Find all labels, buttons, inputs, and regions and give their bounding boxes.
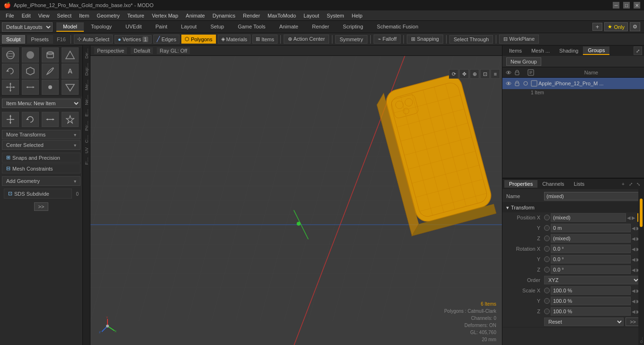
menu-maxtomodo[interactable]: MaxToModo (264, 12, 300, 19)
rotation-x-radio[interactable] (544, 246, 550, 252)
props-collapse-btn[interactable]: ⤡ (635, 180, 642, 188)
polygons-button[interactable]: ⬡ Polygons (181, 35, 215, 44)
position-x-left-arrow[interactable]: ◀ (627, 215, 631, 220)
close-button[interactable]: ✕ (634, 2, 640, 9)
position-z-left-arrow[interactable]: ◀ (632, 236, 635, 241)
auto-select-button[interactable]: ⊹ Auto Select (74, 35, 113, 44)
tab-scripting[interactable]: Scripting (336, 22, 370, 32)
new-group-button[interactable]: New Group (506, 57, 541, 66)
minimize-button[interactable]: ─ (613, 2, 619, 9)
add-geometry-button[interactable]: Add Geometry ▾ (2, 176, 80, 186)
tool-btn-ball[interactable] (22, 47, 39, 63)
panel-expand-btn[interactable]: ⤢ (634, 46, 642, 55)
workplane-button[interactable]: ⊟ WorkPlane (499, 35, 539, 44)
perspective-label[interactable]: Perspective (94, 47, 127, 54)
rotation-x-left-arrow[interactable]: ◀ (632, 246, 635, 252)
menu-edit[interactable]: Edit (18, 12, 35, 19)
tool-btn-tri[interactable] (62, 80, 79, 95)
vp-tool-fit[interactable]: ⊡ (480, 69, 490, 79)
props-add-btn[interactable]: + (619, 180, 627, 188)
tab-items[interactable]: Items (504, 47, 527, 54)
strip-ne[interactable]: Ne:... (84, 93, 89, 107)
action-center-button[interactable]: ⊕ Action Center (284, 35, 329, 44)
transform-section-header[interactable]: ▾ Transform (502, 203, 644, 212)
strip-e[interactable]: E:... (84, 107, 89, 118)
order-select[interactable]: XYZ (544, 276, 640, 284)
mesh-constraints-button[interactable]: ⊟ Mesh Constraints (2, 163, 80, 173)
tool-btn-move[interactable] (2, 80, 19, 95)
position-z-input[interactable] (551, 234, 631, 243)
scale-y-radio[interactable] (544, 298, 550, 304)
edges-button[interactable]: ╱ Edges (153, 35, 179, 44)
sds-subdivide-button[interactable]: ⊡ SDS Subdivide (4, 189, 72, 199)
tab-render[interactable]: Render (305, 22, 336, 32)
more-transforms-button[interactable]: More Transforms ▾ (2, 130, 80, 139)
select-through-button[interactable]: Select Through (449, 35, 493, 44)
viewport[interactable]: Perspective Default Ray GL: Off (90, 45, 502, 345)
item-menu-select[interactable]: Item Menu: New Item (2, 99, 80, 108)
tool-btn-sphere[interactable] (2, 47, 19, 63)
menu-geometry[interactable]: Geometry (93, 12, 123, 19)
add-layout-button[interactable]: + (592, 23, 603, 31)
double-arrow-button[interactable]: >> (34, 202, 49, 211)
rotation-y-left-arrow[interactable]: ◀ (632, 257, 635, 262)
menu-select[interactable]: Select (53, 12, 75, 19)
menu-dynamics[interactable]: Dynamics (209, 12, 239, 19)
tab-topology[interactable]: Topology (84, 22, 118, 32)
viewport-canvas[interactable]: ⟳ ✥ ⊕ ⊡ ≡ 6 Items Polygons : Catmull-Cla… (90, 56, 502, 345)
sculpt-button[interactable]: Sculpt (2, 35, 25, 44)
center-selected-button[interactable]: Center Selected ▾ (2, 140, 80, 150)
vp-tool-orbit[interactable]: ⟳ (449, 69, 458, 79)
transform-star-btn[interactable] (62, 112, 79, 127)
scale-y-input[interactable] (551, 297, 631, 305)
reset-select[interactable]: Reset (544, 318, 624, 326)
tab-setup[interactable]: Setup (204, 22, 231, 32)
scale-z-radio[interactable] (544, 309, 550, 314)
position-x-input[interactable] (551, 213, 626, 222)
tool-btn-brush[interactable] (42, 64, 59, 79)
tab-channels[interactable]: Channels (537, 180, 569, 188)
strip-po[interactable]: Po:... (84, 119, 89, 133)
layer-lock-btn[interactable] (513, 79, 521, 88)
rotation-z-left-arrow[interactable]: ◀ (632, 267, 635, 272)
snapping-button[interactable]: ⊞ Snapping (407, 35, 443, 44)
strip-f[interactable]: F:... (84, 155, 89, 167)
menu-animate[interactable]: Animate (182, 12, 208, 19)
tool-btn-rotate[interactable] (2, 64, 19, 79)
tool-btn-cone[interactable] (62, 47, 79, 63)
props-expand-btn[interactable]: ⤢ (627, 180, 635, 188)
tab-animate[interactable]: Animate (273, 22, 305, 32)
tab-groups[interactable]: Groups (583, 46, 609, 55)
strip-me[interactable]: Me:... (84, 78, 89, 92)
tab-lists[interactable]: Lists (569, 180, 590, 188)
layout-settings-button[interactable]: ⚙ (630, 22, 640, 31)
strip-dup[interactable]: Dup:... (84, 61, 89, 78)
tab-shading[interactable]: Shading (555, 47, 583, 54)
vp-tool-pan[interactable]: ✥ (459, 69, 469, 79)
symmetry-button[interactable]: Symmetry (335, 35, 367, 44)
name-field-input[interactable] (544, 192, 640, 200)
falloff-button[interactable]: ⌁ Falloff (374, 35, 401, 44)
position-x-radio[interactable] (544, 215, 550, 220)
scale-x-input[interactable] (551, 286, 631, 295)
layer-eye-btn[interactable] (504, 79, 513, 88)
tab-properties[interactable]: Properties (504, 180, 537, 188)
tool-btn-cylinder[interactable] (42, 47, 59, 63)
only-button[interactable]: ★ Only (604, 22, 628, 31)
materials-button[interactable]: ◈ Materials (218, 35, 251, 44)
render-mode-label[interactable]: Ray GL: Off (157, 47, 190, 54)
tab-paint[interactable]: Paint (149, 22, 174, 32)
transform-move-btn[interactable] (2, 112, 19, 127)
vp-tool-more[interactable]: ≡ (491, 69, 500, 79)
vp-tool-zoom[interactable]: ⊕ (470, 69, 479, 79)
menu-system[interactable]: System (323, 12, 348, 19)
tool-btn-hex[interactable] (22, 64, 39, 79)
tool-btn-text[interactable]: A (62, 64, 79, 79)
scale-z-left-arrow[interactable]: ◀ (632, 309, 635, 314)
strip-uv[interactable]: UV (84, 145, 89, 155)
layout-preset-select[interactable]: Default Layouts (2, 22, 53, 32)
transform-scale-btn[interactable] (42, 112, 59, 127)
tab-schematic[interactable]: Schematic Fusion (370, 22, 425, 32)
presets-button[interactable]: Presets (27, 35, 53, 44)
strip-de[interactable]: De:... (84, 46, 89, 61)
